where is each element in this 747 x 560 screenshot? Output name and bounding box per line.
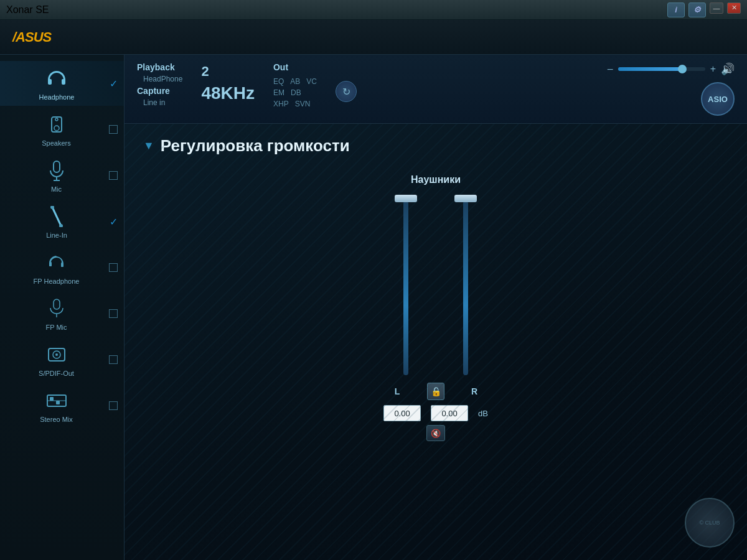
headphone-sub-label: HeadPhone: [143, 75, 182, 83]
refresh-button[interactable]: ↻: [336, 81, 357, 102]
sidebar-item-line-in[interactable]: Line-In ✓: [0, 199, 124, 244]
volume-thumb[interactable]: [678, 65, 687, 73]
fp-mic-label: FP Mic: [45, 324, 67, 331]
opt-eq[interactable]: EQ: [273, 77, 284, 86]
sidebar-headphone-content: Headphone: [6, 66, 107, 101]
speakers-label: Speakers: [42, 139, 70, 147]
main-panel: Playback HeadPhone Capture Line in 2 48K…: [125, 55, 747, 560]
playback-label: Playback: [137, 62, 182, 72]
svg-point-13: [55, 353, 58, 356]
volume-minus[interactable]: –: [608, 63, 613, 75]
svg-rect-16: [50, 397, 54, 401]
sidebar-stereo-mix-content: Stereo Mix: [6, 388, 106, 423]
left-channel-label: L: [386, 386, 408, 396]
left-slider-col: [395, 195, 417, 375]
fp-headphone-checkbox[interactable]: [109, 263, 118, 272]
section-arrow: ▼: [143, 139, 154, 152]
section-label: Регулировка громкости: [161, 136, 350, 156]
headphones-group-label: Наушники: [411, 174, 461, 185]
linein-sub-label: Line in: [143, 98, 182, 107]
opt-svn[interactable]: SVN: [295, 100, 311, 108]
sidebar: Headphone ✓ Speakers: [0, 55, 125, 560]
svg-rect-3: [54, 161, 60, 172]
lock-button[interactable]: 🔒: [427, 383, 444, 400]
sliders-row: [395, 195, 477, 375]
volume-control-section: ▼ Регулировка громкости Наушники: [125, 124, 747, 560]
volume-track[interactable]: [618, 67, 705, 71]
app: /ASUS Headphone ✓: [0, 20, 747, 560]
opt-row-3: XHP SVN: [273, 100, 317, 108]
svg-rect-17: [56, 401, 60, 404]
asus-logo: /ASUS: [12, 29, 51, 45]
stereo-mix-label: Stereo Mix: [40, 416, 73, 423]
right-slider-col: [454, 195, 477, 375]
close-button[interactable]: ✕: [727, 2, 741, 14]
sidebar-item-mic[interactable]: Mic: [0, 153, 124, 198]
sidebar-spdif-content: S/PDIF-Out: [6, 342, 106, 377]
opt-db[interactable]: DB: [291, 88, 301, 97]
svg-point-1: [54, 126, 59, 131]
right-db-input[interactable]: [431, 405, 468, 421]
sidebar-item-fp-mic[interactable]: FP Mic: [0, 291, 124, 336]
db-label: dB: [478, 409, 488, 418]
slider-values-row: dB: [383, 405, 488, 421]
fp-mic-checkbox[interactable]: [109, 309, 118, 318]
left-db-input[interactable]: [383, 405, 421, 421]
spdif-checkbox[interactable]: [109, 355, 118, 364]
headphone-check: ✓: [110, 78, 118, 90]
opt-em[interactable]: EM: [273, 88, 284, 97]
svg-line-6: [52, 207, 61, 226]
sidebar-item-spdif[interactable]: S/PDIF-Out: [0, 337, 124, 382]
info-left: Playback HeadPhone Capture Line in 2 48K…: [137, 62, 357, 108]
svg-rect-9: [54, 299, 60, 309]
sidebar-item-stereo-mix[interactable]: Stereo Mix: [0, 383, 124, 428]
titlebar: Xonar SE i ⚙ — ✕: [0, 0, 747, 20]
titlebar-controls: i ⚙ — ✕: [667, 2, 741, 17]
spdif-label: S/PDIF-Out: [39, 370, 74, 377]
capture-label: Capture: [137, 86, 182, 96]
watermark-text: © CLUB: [699, 520, 720, 526]
volume-icon: 🔊: [721, 62, 735, 76]
left-slider-thumb[interactable]: [395, 195, 417, 202]
right-slider-track[interactable]: [463, 201, 468, 375]
lock-icon: 🔒: [431, 386, 441, 396]
sidebar-line-in-content: Line-In: [6, 204, 107, 239]
opt-xhp[interactable]: XHP: [273, 100, 289, 108]
opt-vc[interactable]: VC: [306, 77, 317, 86]
sidebar-fp-mic-content: FP Mic: [6, 296, 106, 331]
channel-count: 2: [201, 63, 255, 80]
stereo-mix-checkbox[interactable]: [109, 401, 118, 410]
volume-fill: [618, 67, 680, 71]
titlebar-title: Xonar SE: [6, 4, 49, 16]
volume-slider-container: – + 🔊: [608, 62, 735, 76]
right-slider-thumb[interactable]: [454, 195, 477, 202]
mic-checkbox[interactable]: [109, 171, 118, 180]
speakers-checkbox[interactable]: [109, 125, 118, 134]
sidebar-item-fp-headphone[interactable]: FP Headphone: [0, 245, 124, 290]
opt-row-2: EM DB: [273, 88, 317, 97]
opt-row-1: EQ AB VC: [273, 77, 317, 86]
minimize-button[interactable]: —: [710, 2, 723, 14]
options-column: Out EQ AB VC EM DB: [273, 62, 317, 108]
right-channel-label: R: [463, 386, 486, 396]
speakers-icon: [44, 112, 69, 137]
headphone-icon: [44, 66, 69, 91]
headphone-label: Headphone: [39, 93, 75, 101]
sidebar-item-headphone[interactable]: Headphone ✓: [0, 61, 124, 106]
fp-headphone-icon: [44, 250, 69, 275]
fp-mic-icon: [44, 296, 69, 321]
left-slider-track[interactable]: [403, 201, 408, 375]
volume-plus[interactable]: +: [710, 63, 716, 75]
mute-button[interactable]: 🔇: [426, 425, 445, 441]
line-in-check: ✓: [110, 216, 118, 228]
settings-button[interactable]: ⚙: [688, 2, 706, 17]
asio-button[interactable]: ASIO: [701, 82, 735, 116]
opt-ab[interactable]: AB: [290, 77, 300, 86]
info-bar: Playback HeadPhone Capture Line in 2 48K…: [125, 55, 747, 124]
sliders-area: Наушники: [143, 174, 728, 441]
sidebar-item-speakers[interactable]: Speakers: [0, 107, 124, 152]
sidebar-fp-headphone-content: FP Headphone: [6, 250, 106, 285]
info-button[interactable]: i: [667, 2, 685, 17]
mute-icon: 🔇: [431, 429, 441, 438]
options-list: EQ AB VC EM DB XHP SVN: [273, 77, 317, 108]
